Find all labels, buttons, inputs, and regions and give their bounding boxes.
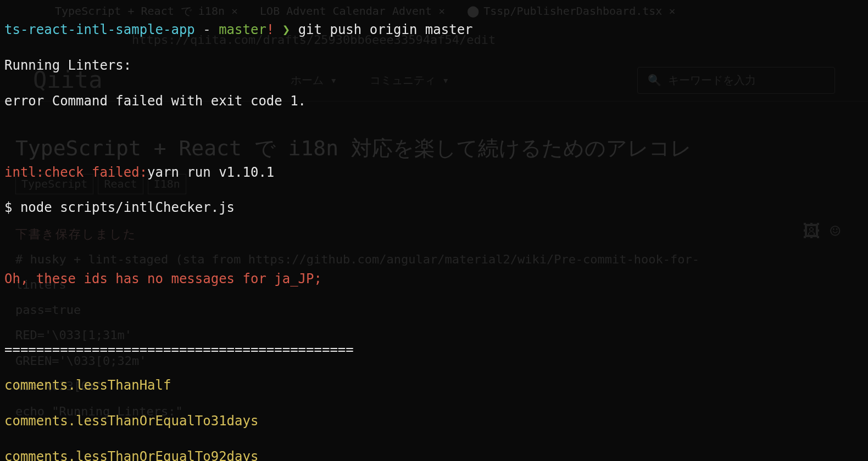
intl-check-failed: intl:check failed: (4, 165, 147, 180)
output-line: $ node scripts/intlCheсker.js (4, 199, 864, 216)
divider: ========================================… (4, 341, 864, 358)
blank-line (4, 234, 864, 252)
prompt-sep: - (195, 22, 219, 37)
output-line: error Command failed with exit code 1. (4, 92, 864, 110)
output-line: Oh, these ids has no messages for ja_JP; (4, 270, 864, 288)
output-line: Running Linters: (4, 57, 864, 74)
prompt-line: ts-react-intl-sample-app - master! ❯ git… (4, 21, 864, 38)
blank-line (4, 306, 864, 323)
missing-id: comments.lessThanOrEqualTo31days (4, 412, 864, 430)
dirty-marker: ! (266, 22, 282, 37)
terminal[interactable]: ts-react-intl-sample-app - master! ❯ git… (4, 3, 864, 461)
output-line: intl:check failed:yarn run v1.10.1 (4, 164, 864, 181)
yarn-run: yarn run v1.10.1 (147, 165, 274, 180)
missing-id: comments.lessThanHalf (4, 376, 864, 394)
branch-name: master (219, 22, 266, 37)
repo-name: ts-react-intl-sample-app (4, 22, 195, 37)
command-text: git push origin master (298, 22, 473, 37)
missing-id: comments.lessThanOrEqualTo92days (4, 448, 864, 461)
prompt-arrow: ❯ (282, 22, 298, 37)
blank-line (4, 128, 864, 145)
